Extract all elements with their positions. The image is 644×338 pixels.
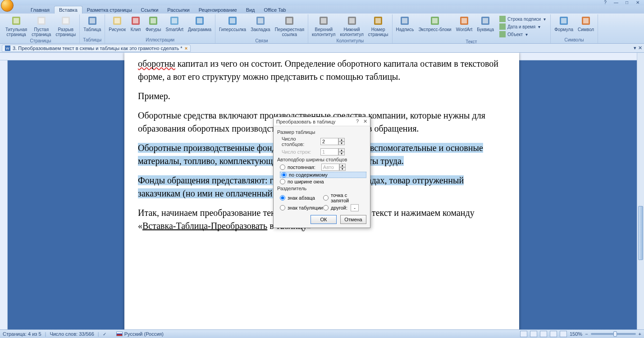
header-button[interactable]: Верхний колонтитул	[310, 14, 337, 38]
dialog-help-icon[interactable]: ?	[356, 119, 359, 124]
menu-tab-ссылки[interactable]: Ссылки	[137, 6, 163, 14]
radio-by-window-label: по ширине окна	[288, 179, 324, 184]
zoom-in-icon[interactable]: +	[639, 331, 641, 337]
svg-rect-42	[499, 31, 506, 37]
menu-tab-office-tab[interactable]: Office Tab	[260, 6, 291, 14]
quick-parts-icon	[429, 15, 440, 26]
blank-page-icon	[36, 15, 47, 26]
radio-fixed[interactable]	[280, 164, 285, 170]
zoom-slider[interactable]	[591, 333, 636, 335]
columns-spinner[interactable]: ▲▼	[320, 138, 346, 145]
paragraph-2: Пример.	[138, 90, 506, 103]
ribbon-group-Иллюстрации: РисунокКлипФигурыSmartArtДиаграммаИллюст…	[105, 14, 215, 43]
date-time-label: Дата и время	[507, 24, 535, 29]
page-break-button[interactable]: Разрыв страницы	[54, 14, 78, 38]
zoom-level[interactable]: 150%	[570, 331, 582, 337]
status-page[interactable]: Страница: 4 из 5	[3, 331, 41, 337]
vertical-scrollbar[interactable]	[637, 53, 644, 338]
dialog-close-icon[interactable]: ✕	[363, 119, 367, 124]
view-web-layout[interactable]	[540, 331, 547, 337]
radio-by-content[interactable]	[281, 172, 287, 178]
language-flag-icon	[116, 332, 123, 336]
symbol-label: Символ	[578, 27, 594, 32]
svg-rect-33	[402, 18, 407, 23]
radio-by-window[interactable]	[280, 179, 285, 184]
dropcap-icon	[480, 15, 491, 26]
menu-tab-рассылки[interactable]: Рассылки	[163, 6, 194, 14]
rows-label: Число строк:	[282, 149, 318, 155]
document-tab[interactable]: W 3. Преобразовываем текст в схемы и таб…	[2, 45, 191, 52]
hyperlink-icon	[227, 15, 238, 26]
page-number-button[interactable]: Номер страницы	[366, 14, 390, 38]
view-full-screen[interactable]	[530, 331, 537, 337]
radio-sep-tab[interactable]	[280, 205, 285, 210]
bookmark-button[interactable]: Закладка	[249, 14, 272, 38]
columns-down[interactable]: ▼	[338, 142, 345, 145]
scrollbar-thumb[interactable]	[638, 206, 643, 260]
menu-tab-рецензирование[interactable]: Рецензирование	[194, 6, 242, 14]
svg-rect-27	[321, 18, 326, 23]
document-tab-close-icon[interactable]: ×	[185, 46, 187, 51]
bookmark-label: Закладка	[251, 27, 270, 32]
hyperlink-button[interactable]: Гиперссылка	[217, 14, 248, 38]
ribbon: Титульная страницаПустая страницаРазрыв …	[0, 14, 644, 44]
chart-button[interactable]: Диаграмма	[186, 14, 213, 37]
crossref-button[interactable]: Перекрестная ссылка	[273, 14, 306, 38]
section-table-size: Размер таблицы	[277, 129, 366, 135]
view-draft[interactable]	[560, 331, 567, 337]
menu-tab-вид[interactable]: Вид	[242, 6, 260, 14]
tab-close-all-icon[interactable]: ✕	[638, 45, 642, 51]
equation-button[interactable]: Формула	[553, 14, 575, 37]
textbox-label: Надпись	[396, 27, 414, 32]
svg-rect-35	[432, 18, 438, 23]
signature-line-button[interactable]: Строка подписи▾	[498, 15, 548, 23]
object-button[interactable]: Объект▾	[498, 31, 548, 38]
footer-button[interactable]: Нижний колонтитул	[338, 14, 365, 38]
zoom-slider-thumb[interactable]	[613, 331, 617, 337]
clip-button[interactable]: Клип	[128, 14, 143, 37]
columns-input[interactable]	[320, 138, 338, 145]
symbol-button[interactable]: Символ	[576, 14, 596, 37]
cancel-button[interactable]: Отмена	[340, 215, 366, 224]
menu-tab-главная[interactable]: Главная	[26, 6, 54, 14]
view-print-layout[interactable]	[520, 331, 527, 337]
zoom-out-icon[interactable]: −	[585, 331, 588, 337]
svg-rect-23	[258, 18, 263, 23]
equation-label: Формула	[554, 27, 573, 32]
dropcap-button[interactable]: Буквица	[475, 14, 496, 39]
status-language[interactable]: Русский (Россия)	[124, 331, 164, 337]
tab-menu-icon[interactable]: ▾	[634, 45, 636, 51]
ribbon-group-label: Связи	[217, 38, 306, 44]
date-time-button[interactable]: Дата и время▾	[498, 23, 548, 30]
spellcheck-icon[interactable]: ✓	[103, 331, 109, 337]
wordart-label: WordArt	[456, 27, 473, 32]
blank-page-button[interactable]: Пустая страница	[30, 14, 53, 38]
textbox-button[interactable]: Надпись	[394, 14, 416, 39]
shapes-button[interactable]: Фигуры	[144, 14, 163, 37]
clip-icon	[130, 15, 141, 26]
wordart-button[interactable]: WordArt	[454, 14, 475, 39]
svg-rect-15	[151, 18, 156, 23]
radio-sep-other[interactable]	[323, 205, 329, 210]
title-page-button[interactable]: Титульная страница	[4, 14, 29, 38]
sep-other-input[interactable]	[351, 204, 359, 211]
menu-tab-вставка[interactable]: Вставка	[54, 6, 82, 14]
columns-up[interactable]: ▲	[338, 138, 345, 142]
svg-rect-19	[197, 18, 202, 23]
radio-sep-semicolon[interactable]	[323, 195, 329, 201]
rows-input	[320, 148, 338, 155]
ribbon-group-Символы: ФормулаСимволСимволы	[551, 14, 598, 43]
view-outline[interactable]	[550, 331, 557, 337]
picture-button[interactable]: Рисунок	[107, 14, 128, 37]
vertical-ruler[interactable]	[0, 60, 8, 338]
radio-sep-paragraph[interactable]	[280, 195, 285, 201]
status-words[interactable]: Число слов: 33/566	[50, 331, 94, 337]
dialog-titlebar[interactable]: Преобразовать в таблицу ? ✕	[274, 117, 370, 126]
object-label: Объект	[507, 32, 523, 37]
smartart-button[interactable]: SmartArt	[164, 14, 185, 37]
radio-sep-semicolon-label: точка с запятой	[331, 192, 366, 203]
table-button[interactable]: Таблица	[82, 14, 103, 37]
menu-tab-разметка-страницы[interactable]: Разметка страницы	[82, 6, 137, 14]
ok-button[interactable]: ОК	[311, 215, 337, 224]
quick-parts-button[interactable]: Экспресс-блоки	[416, 14, 453, 39]
